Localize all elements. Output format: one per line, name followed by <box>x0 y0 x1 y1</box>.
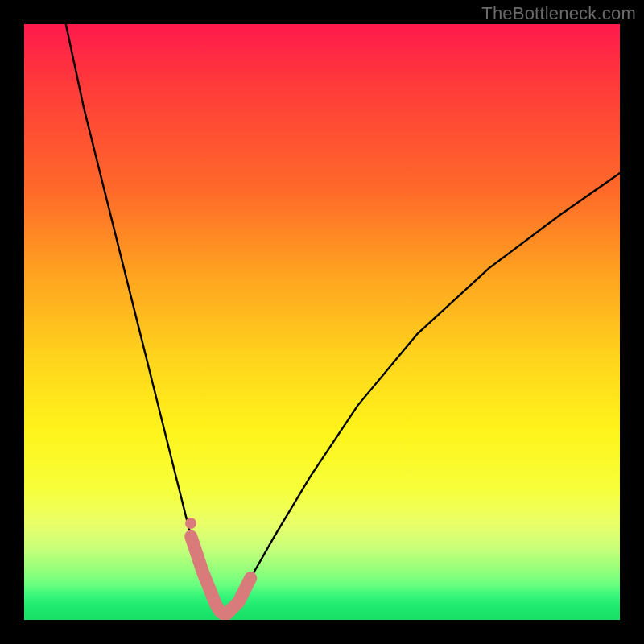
plot-area <box>24 24 620 620</box>
curve-layer <box>24 24 620 620</box>
outer-frame: TheBottleneck.com <box>0 0 644 644</box>
optimal-range-highlight <box>191 536 250 613</box>
watermark-text: TheBottleneck.com <box>481 3 636 24</box>
bottleneck-curve <box>66 24 620 614</box>
optimal-range-start-dot <box>185 518 196 529</box>
